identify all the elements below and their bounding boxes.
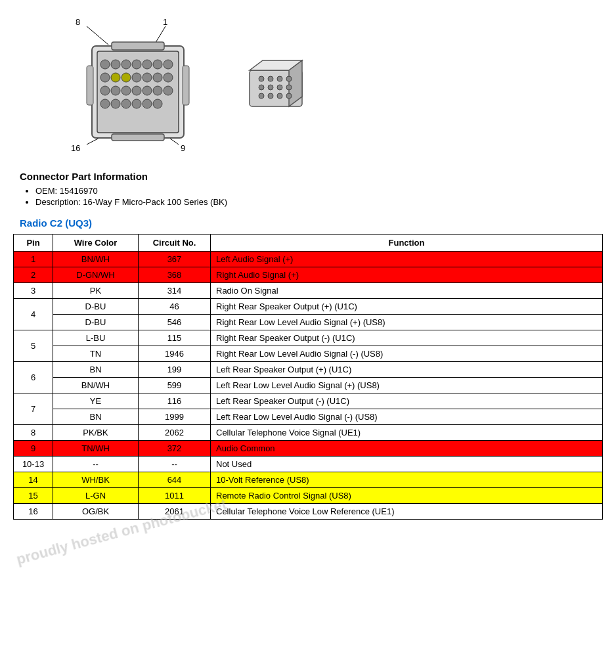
table-row: 6BN199Left Rear Speaker Output (+) (U1C): [14, 362, 603, 378]
section-title: Radio C2 (UQ3): [13, 217, 603, 229]
svg-point-33: [121, 99, 131, 108]
svg-point-14: [143, 60, 152, 69]
cell-circuit-no: 368: [139, 267, 211, 283]
svg-rect-37: [112, 42, 164, 50]
svg-point-12: [121, 60, 131, 69]
cell-circuit-no: 115: [139, 330, 211, 346]
cell-function: Audio Common: [211, 441, 603, 457]
cell-circuit-no: --: [139, 457, 211, 472]
svg-point-21: [143, 73, 152, 82]
table-row: 16OG/BK2061Cellular Telephone Voice Low …: [14, 504, 603, 520]
svg-point-54: [277, 93, 282, 99]
table-body: 1BN/WH367Left Audio Signal (+)2D-GN/WH36…: [14, 252, 603, 520]
svg-point-18: [111, 73, 120, 82]
cell-function: Cellular Telephone Voice Signal (UE1): [211, 425, 603, 441]
table-row: TN1946Right Rear Low Level Audio Signal …: [14, 346, 603, 362]
table-row: 15L-GN1011Remote Radio Control Signal (U…: [14, 488, 603, 504]
svg-point-49: [268, 85, 273, 90]
cell-wire-color: BN/WH: [53, 378, 139, 393]
cell-function: Radio On Signal: [211, 283, 603, 299]
cell-circuit-no: 116: [139, 393, 211, 409]
svg-point-45: [268, 76, 273, 81]
svg-point-52: [259, 93, 264, 99]
connector-info-item-oem: OEM: 15416970: [35, 186, 603, 196]
svg-point-17: [100, 73, 110, 82]
table-row: 14WH/BK64410-Volt Reference (US8): [14, 472, 603, 488]
cell-circuit-no: 367: [139, 252, 211, 267]
cell-pin: 9: [14, 441, 53, 457]
table-row: 8PK/BK2062Cellular Telephone Voice Signa…: [14, 425, 603, 441]
svg-point-25: [111, 86, 120, 95]
svg-point-48: [259, 85, 264, 90]
cell-wire-color: D-GN/WH: [53, 267, 139, 283]
svg-point-53: [268, 93, 273, 99]
cell-wire-color: PK/BK: [53, 425, 139, 441]
cell-circuit-no: 546: [139, 315, 211, 330]
cell-pin: 16: [14, 504, 53, 520]
cell-pin: 14: [14, 472, 53, 488]
svg-point-24: [100, 86, 110, 95]
cell-function: Right Rear Speaker Output (+) (U1C): [211, 299, 603, 315]
cell-pin: 6: [14, 362, 53, 393]
svg-point-51: [286, 85, 292, 90]
svg-point-31: [100, 99, 110, 108]
svg-point-20: [132, 73, 141, 82]
cell-circuit-no: 1999: [139, 409, 211, 425]
connector-info-list: OEM: 15416970 Description: 16-Way F Micr…: [20, 186, 603, 207]
diagram-area: 8 1 16 9: [13, 13, 603, 158]
cell-function: Left Audio Signal (+): [211, 252, 603, 267]
svg-line-1: [87, 26, 108, 45]
svg-point-44: [259, 76, 264, 81]
svg-point-10: [100, 60, 110, 69]
cell-wire-color: L-BU: [53, 330, 139, 346]
cell-function: Left Rear Speaker Output (-) (U1C): [211, 393, 603, 409]
svg-point-29: [153, 86, 162, 95]
table-row: 4D-BU46Right Rear Speaker Output (+) (U1…: [14, 299, 603, 315]
svg-point-32: [111, 99, 120, 108]
pin-table: Pin Wire Color Circuit No. Function 1BN/…: [13, 234, 603, 520]
svg-point-46: [277, 76, 282, 81]
cell-function: Right Audio Signal (+): [211, 267, 603, 283]
cell-circuit-no: 2062: [139, 425, 211, 441]
cell-wire-color: BN: [53, 362, 139, 378]
table-row: 7YE116Left Rear Speaker Output (-) (U1C): [14, 393, 603, 409]
svg-point-27: [132, 86, 141, 95]
table-row: BN1999Left Rear Low Level Audio Signal (…: [14, 409, 603, 425]
cell-function: Remote Radio Control Signal (US8): [211, 488, 603, 504]
header-circuit-no: Circuit No.: [139, 235, 211, 252]
table-row: 5L-BU115Right Rear Speaker Output (-) (U…: [14, 330, 603, 346]
cell-function: Right Rear Low Level Audio Signal (+) (U…: [211, 315, 603, 330]
cell-pin: 4: [14, 299, 53, 330]
svg-point-34: [132, 99, 141, 108]
cell-pin: 3: [14, 283, 53, 299]
cell-wire-color: L-GN: [53, 488, 139, 504]
svg-rect-38: [112, 134, 164, 141]
table-row: 2D-GN/WH368Right Audio Signal (+): [14, 267, 603, 283]
table-row: 10-13----Not Used: [14, 457, 603, 472]
cell-wire-color: WH/BK: [53, 472, 139, 488]
connector-part-information: Connector Part Information OEM: 15416970…: [13, 171, 603, 207]
table-row: 3PK314Radio On Signal: [14, 283, 603, 299]
svg-text:16: 16: [71, 143, 80, 153]
cell-pin: 2: [14, 267, 53, 283]
svg-point-19: [121, 73, 131, 82]
cell-pin: 1: [14, 252, 53, 267]
svg-rect-40: [183, 66, 189, 105]
cell-circuit-no: 644: [139, 472, 211, 488]
connector-main-diagram: 8 1 16 9: [39, 13, 223, 158]
small-connector-svg: [243, 57, 315, 116]
cell-function: Left Rear Low Level Audio Signal (-) (US…: [211, 409, 603, 425]
svg-text:9: 9: [181, 143, 185, 153]
svg-point-50: [277, 85, 282, 90]
cell-pin: 7: [14, 393, 53, 425]
cell-circuit-no: 2061: [139, 504, 211, 520]
cell-function: Cellular Telephone Voice Low Reference (…: [211, 504, 603, 520]
cell-wire-color: BN: [53, 409, 139, 425]
connector-info-item-desc: Description: 16-Way F Micro-Pack 100 Ser…: [35, 197, 603, 207]
cell-circuit-no: 1011: [139, 488, 211, 504]
cell-circuit-no: 314: [139, 283, 211, 299]
svg-point-16: [164, 60, 173, 69]
cell-pin: 15: [14, 488, 53, 504]
connector-info-heading: Connector Part Information: [20, 171, 603, 182]
svg-point-35: [143, 99, 152, 108]
